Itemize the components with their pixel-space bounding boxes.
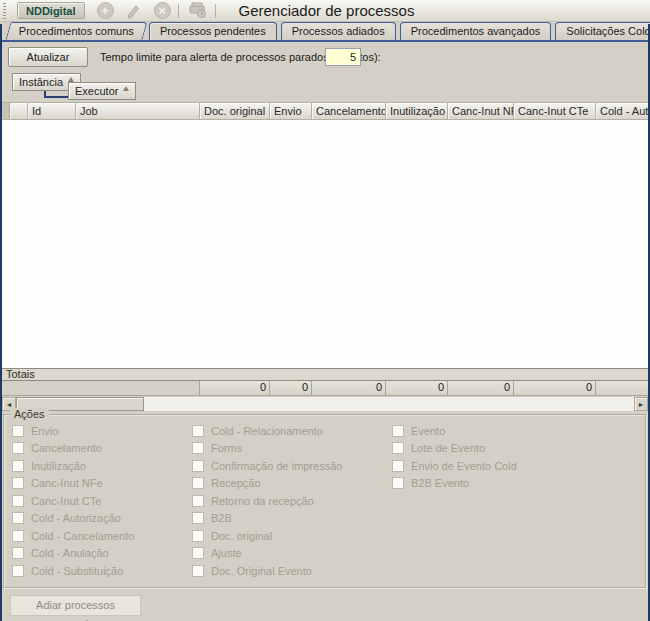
column-header-envio[interactable]: Envio [270,103,312,119]
checkbox-label: Envio de Evento Cold [411,460,517,472]
checkbox-icon [392,460,404,472]
tab-label: Processos adiados [292,25,385,37]
column-header-job[interactable]: Job [76,103,200,119]
checkbox-recepcao[interactable]: Recepção [192,477,342,490]
scrollbar-track[interactable] [144,397,634,411]
total-cold-autorizacao [596,381,648,395]
checkbox-retorno-recepcao[interactable]: Retorno da recepção [192,494,342,507]
checkbox-icon [192,460,204,472]
checkbox-cold-relacionamento[interactable]: Cold - Relacionamento [192,424,342,437]
column-header-cold-autorizacao[interactable]: Cold - Autori [596,103,648,119]
checkbox-icon [192,512,204,524]
checkbox-label: Inutilização [31,460,86,472]
checkbox-label: Doc. Original Evento [211,565,312,577]
column-header-cancelamento[interactable]: Cancelamento [312,103,386,119]
checkbox-confirmacao-impressao[interactable]: Confirmação de impressão [192,459,342,472]
checkbox-cancelamento[interactable]: Cancelamento [12,442,134,455]
checkbox-envio-evento-cold[interactable]: Envio de Evento Cold [392,459,517,472]
checkbox-label: B2B Evento [411,477,469,489]
add-icon[interactable]: + [97,2,114,19]
totals-spacer [2,381,200,395]
checkbox-cold-substituicao[interactable]: Cold - Substituição [12,564,134,577]
tab-solicitacoes-cold[interactable]: Solicitações Cold [555,22,650,40]
toolbar-grip[interactable] [3,3,6,19]
timeout-input[interactable] [325,48,361,66]
checkbox-b2b-evento[interactable]: B2B Evento [392,477,517,490]
horizontal-scrollbar: ◄ ► [2,397,648,411]
checkbox-evento[interactable]: Evento [392,424,517,437]
checkbox-envio[interactable]: Envio [12,424,134,437]
toolbar-separator [178,4,179,18]
checkbox-icon [192,565,204,577]
total-doc-original: 0 [200,381,270,395]
checkbox-doc-original[interactable]: Doc. original [192,529,342,542]
checkbox-label: Retorno da recepção [211,495,314,507]
total-envio: 0 [270,381,312,395]
group-connector-horizontal [44,96,70,98]
tab-label: Procedimentos avançados [411,25,541,37]
checkbox-label: Cold - Cancelamento [31,530,134,542]
tab-label: Procedimentos comuns [19,23,134,40]
checkbox-icon [12,477,24,489]
export-printer-icon[interactable] [188,2,208,19]
tab-procedimentos-comuns[interactable]: Procedimentos comuns [5,22,147,40]
actions-column-3: Evento Lote de Evento Envio de Evento Co… [392,424,517,494]
tab-label: Solicitações Cold [566,25,650,37]
total-canc-inut-nfe: 0 [448,381,514,395]
actions-column-1: Envio Cancelamento Inutilização Canc-Inu… [12,424,134,582]
checkbox-label: Canc-Inut CTe [31,495,101,507]
column-header-empty[interactable] [10,103,28,119]
checkbox-label: Cold - Relacionamento [211,425,323,437]
checkbox-icon [12,565,24,577]
checkbox-canc-inut-cte[interactable]: Canc-Inut CTe [12,494,134,507]
checkbox-lote-de-evento[interactable]: Lote de Evento [392,442,517,455]
checkbox-label: Canc-Inut NFe [31,477,103,489]
column-header-id[interactable]: Id [28,103,76,119]
totals-label: Totais [2,368,648,381]
checkbox-label: Doc. original [211,530,272,542]
checkbox-label: Confirmação de impressão [211,460,342,472]
defer-marked-processes-button[interactable]: Adiar processos marcados [10,595,141,616]
scroll-right-icon[interactable]: ► [634,397,648,411]
column-header-doc-original[interactable]: Doc. original [200,103,270,119]
checkbox-label: Cold - Substituição [31,565,123,577]
checkbox-label: Evento [411,425,445,437]
nddigital-button[interactable]: NDDigital [17,2,85,19]
edit-pencil-icon[interactable] [124,2,142,20]
column-header-canc-inut-cte[interactable]: Canc-Inut CTe [514,103,596,119]
checkbox-label: Cold - Autorização [31,512,121,524]
checkbox-label: Lote de Evento [411,442,485,454]
checkbox-label: Cold - Anulação [31,547,109,559]
checkbox-b2b[interactable]: B2B [192,512,342,525]
checkbox-icon [192,442,204,454]
checkbox-icon [192,530,204,542]
checkbox-cold-cancelamento[interactable]: Cold - Cancelamento [12,529,134,542]
checkbox-label: Cancelamento [31,442,102,454]
checkbox-icon [392,425,404,437]
checkbox-label: B2B [211,512,232,524]
checkbox-icon [392,477,404,489]
brand-label: NDDigital [26,5,76,17]
tab-processos-pendentes[interactable]: Processos pendentes [149,22,277,42]
tab-processos-adiados[interactable]: Processos adiados [281,22,396,40]
column-header-canc-inut-nfe[interactable]: Canc-Inut NFe [448,103,514,119]
group-by-executor-button[interactable]: Executor [68,82,136,100]
checkbox-forms[interactable]: Forms [192,442,342,455]
checkbox-canc-inut-nfe[interactable]: Canc-Inut NFe [12,477,134,490]
refresh-button[interactable]: Atualizar [8,47,88,67]
checkbox-icon [392,442,404,454]
checkbox-icon [192,495,204,507]
checkbox-cold-anulacao[interactable]: Cold - Anulação [12,547,134,560]
cancel-icon[interactable]: × [154,2,171,19]
tab-bar: Procedimentos comuns Processos pendentes… [8,22,650,40]
total-cancelamento: 0 [312,381,386,395]
checkbox-doc-original-evento[interactable]: Doc. Original Evento [192,564,342,577]
column-header-inutilizacao[interactable]: Inutilização [386,103,448,119]
tab-procedimentos-avancados[interactable]: Procedimentos avançados [400,22,552,40]
checkbox-ajuste[interactable]: Ajuste [192,547,342,560]
checkbox-label: Ajuste [211,547,242,559]
checkbox-cold-autorizacao[interactable]: Cold - Autorização [12,512,134,525]
checkbox-icon [192,547,204,559]
checkbox-label: Recepção [211,477,261,489]
checkbox-inutilizacao[interactable]: Inutilização [12,459,134,472]
